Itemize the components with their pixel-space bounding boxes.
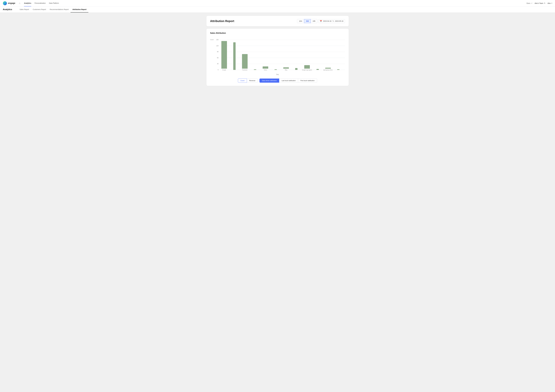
subnav-tabs: Sales Report Customers Report Recommenda…: [18, 7, 88, 13]
nav-data-platform[interactable]: Data Platform: [49, 0, 59, 7]
chart-bar[interactable]: [337, 69, 339, 70]
chart-bar[interactable]: [263, 66, 268, 69]
first-touch-attribution-button[interactable]: First touch attribution: [298, 79, 317, 83]
team-selector[interactable]: Alex's Team ⇅: [535, 2, 545, 4]
sub-navigation: Analytics Sales Report Customers Report …: [0, 7, 555, 13]
bar-label: Igshopping others: [323, 69, 333, 71]
chart-bar[interactable]: [283, 67, 289, 69]
tab-customers-report[interactable]: Customers Report: [31, 7, 48, 13]
grid-label-90: 90: [216, 51, 219, 52]
count-button[interactable]: Count: [238, 79, 247, 83]
chart-bars: GoogleFacebookYahooBingGoogle sag organi…: [219, 39, 343, 71]
chevron-down-icon: ▾: [552, 2, 552, 4]
chart-y-label: Count: [210, 39, 213, 40]
main-content: Attribution Report 12m 30d 24h 📅 2023-04…: [202, 13, 353, 91]
date-from-value: 2023-04-16: [323, 20, 331, 22]
user-menu[interactable]: Alex ▾: [548, 2, 552, 4]
bar-group: [292, 39, 301, 71]
last-touch-attribution-button[interactable]: Last touch attribution: [279, 79, 298, 83]
bottom-controls: Count Revenue Data driven attribution La…: [210, 79, 345, 83]
chart-x-label: Day: [276, 74, 279, 75]
top-navigation: engage ⌂ Analytics Personalization Data …: [0, 0, 555, 7]
chart-bar[interactable]: [275, 69, 277, 70]
report-title: Attribution Report: [210, 20, 234, 23]
date-to-label: To: [332, 20, 334, 22]
external-link-icon: ↗: [531, 2, 532, 4]
chart-bar[interactable]: [233, 42, 236, 70]
bar-label: Yahoo: [264, 69, 267, 71]
chart-bar[interactable]: [242, 54, 248, 69]
chart-bar[interactable]: [295, 68, 298, 70]
team-label: Alex's Team: [535, 2, 543, 4]
date-to-value: 2023-05-16: [335, 20, 343, 22]
topnav-right-section: Docs ↗ Alex's Team ⇅ Alex ▾: [526, 2, 552, 4]
bar-group: Google: [219, 39, 229, 71]
nav-personalization[interactable]: Personalization: [35, 0, 46, 7]
bar-group: Google sag organic: [302, 39, 312, 71]
grid-label-30: 30: [216, 63, 219, 65]
bar-group: [313, 39, 322, 71]
tab-sales-report[interactable]: Sales Report: [18, 7, 31, 13]
tab-recommendations-report[interactable]: Recommendations Report: [48, 7, 71, 13]
chevron-updown-icon: ⇅: [544, 2, 545, 4]
chart-bar[interactable]: [304, 65, 310, 69]
bar-label: Google: [222, 69, 226, 71]
bar-group: [250, 39, 260, 71]
svg-point-0: [3, 1, 7, 5]
grid-label-0: 0: [216, 69, 219, 71]
chart-section-title: Sales Attribution: [210, 32, 345, 34]
grid-label-120: 120: [216, 45, 219, 47]
bar-group: [230, 39, 239, 71]
bar-group: [271, 39, 280, 71]
bar-group: [334, 39, 343, 71]
chart-card: Sales Attribution Count 150 120 90: [206, 29, 349, 86]
grid-label-150: 150: [216, 39, 219, 41]
chart-area: Count 150 120 90 60: [210, 36, 345, 76]
bar-label: Bing: [285, 69, 287, 71]
docs-label: Docs: [526, 2, 530, 4]
time-24h-button[interactable]: 24h: [311, 19, 317, 23]
revenue-button[interactable]: Revenue: [247, 79, 258, 83]
tab-attribution-report[interactable]: Attribution Report: [71, 7, 88, 13]
nav-analytics[interactable]: Analytics: [24, 0, 31, 7]
bar-label: Facebook: [242, 69, 247, 71]
home-icon[interactable]: ⌂: [19, 2, 20, 4]
report-header-card: Attribution Report 12m 30d 24h 📅 2023-04…: [206, 16, 349, 26]
bar-group: Igshopping others: [323, 39, 333, 71]
bar-group: Bing: [281, 39, 291, 71]
docs-link[interactable]: Docs ↗: [526, 2, 532, 4]
time-30d-button[interactable]: 30d: [304, 19, 311, 23]
bar-group: Facebook: [240, 39, 249, 71]
chart-bar[interactable]: [254, 69, 256, 70]
engage-logo-icon: [3, 1, 7, 5]
user-label: Alex: [548, 2, 551, 4]
nav-links: Analytics Personalization Data Platform: [24, 0, 523, 7]
calendar-icon: 📅: [320, 20, 322, 22]
bar-label: Google sag organic: [302, 69, 312, 71]
chart-bar[interactable]: [221, 41, 227, 69]
grid-label-60: 60: [216, 57, 219, 59]
date-controls: 12m 30d 24h 📅 2023-04-16 To 2023-05-16: [297, 19, 345, 23]
chart-bar[interactable]: [325, 68, 331, 69]
time-12m-button[interactable]: 12m: [297, 19, 304, 23]
chart-bar[interactable]: [316, 69, 319, 70]
logo-link[interactable]: engage: [3, 1, 15, 5]
subnav-title: Analytics: [3, 8, 12, 11]
date-range-picker[interactable]: 📅 2023-04-16 To 2023-05-16: [318, 19, 345, 23]
bar-group: Yahoo: [261, 39, 270, 71]
brand-name: engage: [8, 2, 15, 4]
data-driven-attribution-button[interactable]: Data driven attribution: [259, 79, 279, 83]
